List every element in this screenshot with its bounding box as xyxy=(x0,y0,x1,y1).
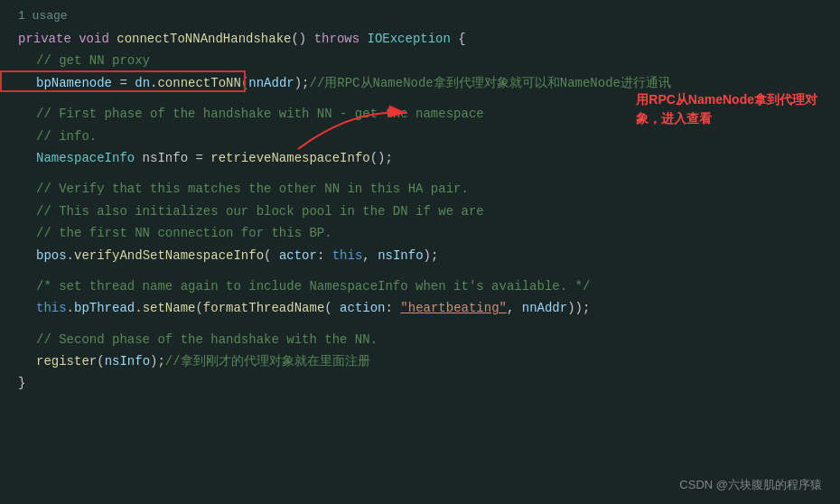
code-line-blank xyxy=(0,169,840,178)
punct: () xyxy=(291,29,313,49)
comment: //拿到刚才的代理对象就在里面注册 xyxy=(165,351,370,371)
punct: ); xyxy=(150,351,165,371)
punct: ( xyxy=(195,298,202,318)
keyword: private xyxy=(18,29,79,49)
punct: ( xyxy=(324,298,340,318)
comment: // get NN proxy xyxy=(36,51,150,70)
param-name: actor xyxy=(279,246,317,266)
punct: ); xyxy=(294,73,310,93)
comment: // Verify that this matches the other NN… xyxy=(36,179,469,199)
comment: // the first NN connection for this BP. xyxy=(36,223,332,243)
punct: . xyxy=(67,298,74,318)
keyword: this xyxy=(36,298,67,318)
fn-call: retrieveNamespaceInfo xyxy=(210,148,369,168)
punct: : xyxy=(317,246,332,266)
punct: )); xyxy=(567,298,590,318)
fn-call: formatThreadName xyxy=(203,298,324,318)
annotation-line2: 象，进入查看 xyxy=(636,111,712,126)
annotation-text: 用RPC从NameNode拿到代理对 象，进入查看 xyxy=(636,90,817,128)
code-line-blank xyxy=(0,320,840,329)
punct: = xyxy=(112,73,135,93)
param-name: action xyxy=(340,298,385,318)
punct: ( xyxy=(97,351,104,371)
var: bpos xyxy=(36,246,67,266)
var: bpThread xyxy=(74,298,135,318)
code-line: // This also initializes our block pool … xyxy=(0,201,840,222)
code-line: } xyxy=(0,372,840,394)
comment: // This also initializes our block pool … xyxy=(36,201,484,221)
code-line: // the first NN connection for this BP. xyxy=(0,222,840,244)
annotation-line1: 用RPC从NameNode拿到代理对 xyxy=(636,92,817,107)
fn-call: connectToNN xyxy=(157,73,240,93)
comment: // Second phase of the handshake with th… xyxy=(36,330,378,350)
punct: ( xyxy=(264,246,279,266)
csdn-watermark: CSDN @六块腹肌的程序猿 xyxy=(679,477,822,493)
type: NamespaceInfo xyxy=(36,148,135,168)
punct: , xyxy=(362,246,378,266)
code-line: this.bpThread.setName(formatThreadName( … xyxy=(0,297,840,319)
keyword: void xyxy=(79,29,117,49)
var: bpNamenode xyxy=(36,73,112,93)
keyword: this xyxy=(332,246,363,266)
code-line-blank xyxy=(0,266,840,275)
fn-call: setName xyxy=(143,298,196,318)
punct: , xyxy=(507,298,522,318)
param: nnAddr xyxy=(248,73,294,93)
brace: } xyxy=(18,373,25,393)
code-line: register(nsInfo);//拿到刚才的代理对象就在里面注册 xyxy=(0,350,840,372)
comment: //用RPC从NameNode拿到代理对象就可以和NameNode进行通讯 xyxy=(310,73,671,93)
var: nnAddr xyxy=(522,298,567,318)
string-val: "heartbeating" xyxy=(400,298,507,318)
code-line: /* set thread name again to include Name… xyxy=(0,275,840,297)
code-line: // Verify that this matches the other NN… xyxy=(0,178,840,200)
var: nsInfo xyxy=(105,351,150,371)
type: IOException xyxy=(368,29,451,49)
punct: . xyxy=(135,298,142,318)
fn-call: verifyAndSetNamespaceInfo xyxy=(74,246,264,266)
fn-call: register xyxy=(36,351,97,371)
punct: : xyxy=(386,298,401,318)
code-container: 1 usage private void connectToNNAndHands… xyxy=(0,0,840,504)
comment: // info. xyxy=(36,126,97,146)
code-line: private void connectToNNAndHandshake() t… xyxy=(0,28,840,50)
punct: { xyxy=(451,29,466,49)
punct: ( xyxy=(241,73,248,93)
block-comment: /* set thread name again to include Name… xyxy=(36,276,590,296)
punct: . xyxy=(67,246,74,266)
punct: (); xyxy=(370,148,393,168)
code-line: // get NN proxy xyxy=(0,50,840,71)
punct: = xyxy=(188,148,210,168)
code-line: bpos.verifyAndSetNamespaceInfo( actor: t… xyxy=(0,245,840,266)
punct: ); xyxy=(424,246,439,266)
punct: . xyxy=(150,73,157,93)
var: nsInfo xyxy=(135,148,188,168)
var: dn xyxy=(135,73,150,93)
code-line: // Second phase of the handshake with th… xyxy=(0,329,840,350)
keyword: throws xyxy=(314,29,368,49)
comment: // First phase of the handshake with NN … xyxy=(36,104,484,124)
annotation-box: 用RPC从NameNode拿到代理对 象，进入查看 xyxy=(636,90,817,128)
fn-name: connectToNNAndHandshake xyxy=(117,29,291,49)
code-line: // info. xyxy=(0,126,840,147)
usage-count: 1 usage xyxy=(0,7,840,24)
var: nsInfo xyxy=(378,246,423,266)
code-line: NamespaceInfo nsInfo = retrieveNamespace… xyxy=(0,147,840,169)
